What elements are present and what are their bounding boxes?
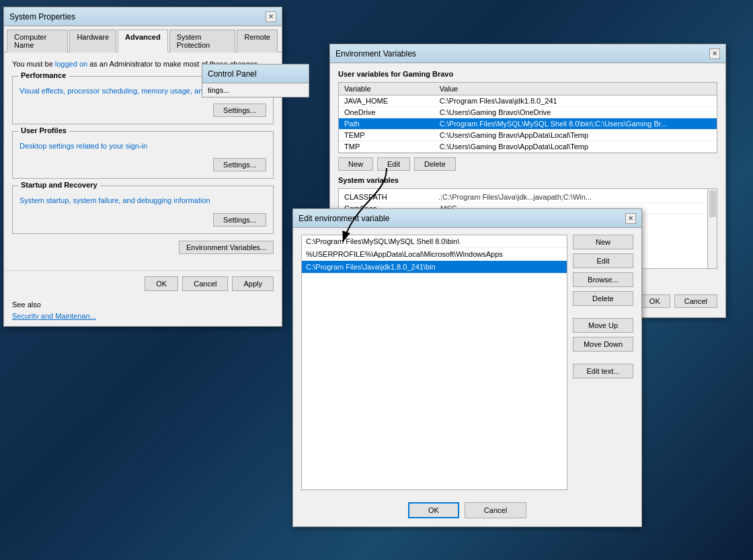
system-properties-close-button[interactable]: ✕ <box>266 11 276 22</box>
var-name: JAVA_HOME <box>339 95 434 107</box>
system-vars-label: System variables <box>338 176 717 184</box>
user-var-row[interactable]: JAVA_HOMEC:\Program Files\Java\jdk1.8.0_… <box>339 95 717 107</box>
env-vars-close-button[interactable]: ✕ <box>709 48 720 59</box>
edit-env-close-button[interactable]: ✕ <box>625 213 636 224</box>
edit-env-title: Edit environment variable <box>299 214 624 223</box>
path-item[interactable]: %USERPROFILE%\AppData\Local\Microsoft\Wi… <box>302 248 567 261</box>
control-panel-title: Control Panel <box>208 69 257 79</box>
env-ok-button[interactable]: OK <box>639 294 670 308</box>
edit-side-buttons: New Edit Browse... Delete Move Up Move D… <box>573 235 633 490</box>
control-panel-titlebar: Control Panel <box>202 65 309 83</box>
user-vars-label: User variables for Gaming Bravo <box>338 70 717 78</box>
user-profiles-text: Desktop settings related to your sign-in <box>19 141 266 151</box>
ok-button[interactable]: OK <box>145 276 178 291</box>
user-var-row[interactable]: TEMPC:\Users\Gaming Bravo\AppData\Local\… <box>339 130 717 141</box>
user-vars-table: Variable Value JAVA_HOMEC:\Program Files… <box>339 83 717 153</box>
see-also-title: See also <box>12 301 274 309</box>
admin-notice-text: You must be <box>12 60 55 68</box>
var-value: C:\Users\Gaming Bravo\AppData\Local\Temp <box>434 141 717 153</box>
tab-remote[interactable]: Remote <box>237 30 278 52</box>
user-var-row[interactable]: PathC:\Program Files\MySQL\MySQL Shell 8… <box>339 118 717 130</box>
variable-column-header: Variable <box>339 83 434 95</box>
control-panel-partial: Control Panel tings... <box>202 64 309 97</box>
user-edit-button[interactable]: Edit <box>377 157 410 171</box>
value-column-header: Value <box>434 83 717 95</box>
var-name: TEMP <box>339 130 434 141</box>
admin-notice-link[interactable]: logged on <box>55 60 87 68</box>
system-properties-tab-bar: Computer Name Hardware Advanced System P… <box>4 26 282 52</box>
user-delete-button[interactable]: Delete <box>414 157 456 171</box>
system-properties-titlebar: System Properties ✕ <box>4 7 282 26</box>
browse-path-button[interactable]: Browse... <box>573 272 633 287</box>
var-value: C:\Users\Gaming Bravo\OneDrive <box>434 107 717 118</box>
user-vars-table-container: Variable Value JAVA_HOMEC:\Program Files… <box>338 82 717 153</box>
edit-env-var-window: Edit environment variable ✕ C:\Program F… <box>292 208 642 527</box>
cancel-button[interactable]: Cancel <box>182 276 228 291</box>
edit-env-cancel-button[interactable]: Cancel <box>465 502 526 518</box>
path-item[interactable]: C:\Program Files\MySQL\MySQL Shell 8.0\b… <box>302 235 567 248</box>
move-up-button[interactable]: Move Up <box>573 318 633 333</box>
control-panel-content: tings... <box>202 83 309 97</box>
startup-recovery-text: System startup, system failure, and debu… <box>19 196 266 206</box>
sys-var-name: CLASSPATH <box>344 193 438 201</box>
edit-env-ok-button[interactable]: OK <box>408 502 459 518</box>
user-profiles-settings-button[interactable]: Settings... <box>213 158 266 171</box>
performance-settings-button[interactable]: Settings... <box>213 104 266 117</box>
settings-partial-text: tings... <box>208 86 229 94</box>
tab-hardware[interactable]: Hardware <box>69 30 116 52</box>
user-vars-button-row: New Edit Delete <box>338 157 717 171</box>
startup-recovery-settings-button[interactable]: Settings... <box>213 213 266 227</box>
var-value: C:\Program Files\Java\jdk1.8.0_241 <box>434 95 717 107</box>
var-name: TMP <box>339 141 434 153</box>
path-list[interactable]: C:\Program Files\MySQL\MySQL Shell 8.0\b… <box>301 235 567 490</box>
sys-var-value: .;C:\Program Files\Java\jdk...javapath;C… <box>438 193 592 201</box>
env-vars-title: Environment Variables <box>335 49 708 58</box>
edit-text-button[interactable]: Edit text... <box>573 364 633 378</box>
tab-system-protection[interactable]: System Protection <box>169 30 236 52</box>
user-var-row[interactable]: OneDriveC:\Users\Gaming Bravo\OneDrive <box>339 107 717 118</box>
startup-recovery-label: Startup and Recovery <box>18 181 100 189</box>
performance-label: Performance <box>18 71 69 79</box>
edit-path-button[interactable]: Edit <box>573 253 633 268</box>
user-profiles-section: User Profiles Desktop settings related t… <box>12 131 274 179</box>
edit-env-titlebar: Edit environment variable ✕ <box>293 209 641 228</box>
startup-recovery-section: Startup and Recovery System startup, sys… <box>12 186 274 233</box>
tab-computer-name[interactable]: Computer Name <box>7 30 68 52</box>
move-down-button[interactable]: Move Down <box>573 337 633 352</box>
sys-var-row[interactable]: CLASSPATH.;C:\Program Files\Java\jdk...j… <box>344 192 711 203</box>
user-profiles-label: User Profiles <box>18 126 69 134</box>
apply-button[interactable]: Apply <box>232 276 274 291</box>
var-name: OneDrive <box>339 107 434 118</box>
environment-variables-button[interactable]: Environment Variables... <box>179 241 274 254</box>
delete-path-button[interactable]: Delete <box>573 291 633 306</box>
edit-env-footer: OK Cancel <box>293 497 641 526</box>
tab-advanced[interactable]: Advanced <box>118 30 168 52</box>
var-value: C:\Program Files\MySQL\MySQL Shell 8.0\b… <box>434 118 717 130</box>
env-vars-titlebar: Environment Variables ✕ <box>330 44 725 63</box>
see-also-link[interactable]: Security and Maintenan... <box>12 312 96 320</box>
system-properties-footer: OK Cancel Apply <box>4 270 282 296</box>
system-vars-scrollbar[interactable] <box>707 189 717 268</box>
system-properties-window: System Properties ✕ Computer Name Hardwa… <box>3 7 282 327</box>
user-var-row[interactable]: TMPC:\Users\Gaming Bravo\AppData\Local\T… <box>339 141 717 153</box>
env-cancel-button[interactable]: Cancel <box>674 294 717 308</box>
var-name: Path <box>339 118 434 130</box>
var-value: C:\Users\Gaming Bravo\AppData\Local\Temp <box>434 130 717 141</box>
edit-env-content: C:\Program Files\MySQL\MySQL Shell 8.0\b… <box>293 228 641 497</box>
new-path-button[interactable]: New <box>573 235 633 249</box>
see-also-section: See also Security and Maintenan... <box>4 296 282 326</box>
user-new-button[interactable]: New <box>338 157 373 171</box>
path-item[interactable]: C:\Program Files\Java\jdk1.8.0_241\bin <box>302 261 567 274</box>
system-properties-title: System Properties <box>9 12 264 22</box>
